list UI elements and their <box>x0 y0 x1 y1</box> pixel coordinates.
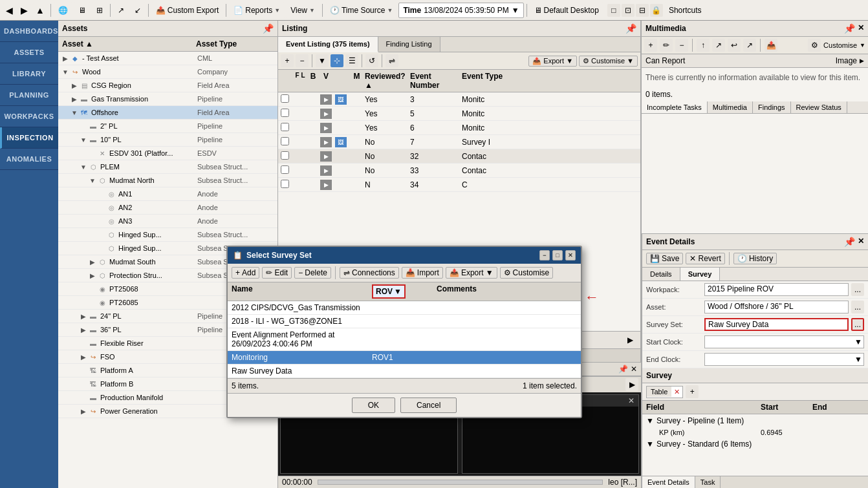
tab-details[interactable]: Details <box>642 268 680 281</box>
row-checkbox[interactable] <box>281 165 289 174</box>
restore-btn[interactable]: ⊟ <box>636 4 649 17</box>
expand-protection[interactable]: ▶ <box>88 272 97 279</box>
start-clock-dropdown[interactable]: ▼ <box>704 335 864 348</box>
play-btn[interactable]: ▶ <box>320 123 332 133</box>
modal-connections-btn[interactable]: ⇌ Connections <box>340 267 399 279</box>
listing-row[interactable]: ▶ No 33 Contac <box>278 164 640 178</box>
col-type-header[interactable]: Asset Type <box>196 39 274 48</box>
mm-gear-btn[interactable]: ⚙ <box>808 39 821 52</box>
tree-item-mudmat-north[interactable]: ▼ ⬡ Mudmat North Subsea Struct... <box>58 174 277 187</box>
play-btn[interactable]: ▶ <box>320 165 332 176</box>
tree-item-an3[interactable]: ◎ AN3 Anode <box>58 215 277 228</box>
modal-row[interactable]: 2018 - ILI - WG_GT36@ZONE1 <box>228 315 581 328</box>
mm-add-btn[interactable]: + <box>644 39 657 52</box>
time-field[interactable]: Time 13/08/2024 05:39:50 PM ▼ <box>398 3 523 18</box>
listing-row[interactable]: ▶ No 32 Contac <box>278 149 640 164</box>
listing-row[interactable]: ▶ N 34 C <box>278 178 640 192</box>
workpack-input[interactable]: 2015 Pipeline ROV <box>704 283 849 296</box>
tree-item-an2[interactable]: ◎ AN2 Anode <box>58 201 277 215</box>
sidebar-item-inspection[interactable]: INSPECTION <box>0 127 58 149</box>
listing-refresh-btn[interactable]: ↺ <box>365 54 378 67</box>
grid-icon-btn[interactable]: ⊞ <box>92 2 107 19</box>
modal-row[interactable]: Event Alignment Performed at 26/09/2023 … <box>228 328 581 351</box>
col-asset-header[interactable]: Asset ▲ <box>62 39 196 48</box>
assets-pin-icon[interactable]: 📌 <box>263 23 274 34</box>
sidebar-item-assets[interactable]: ASSETS <box>0 42 58 63</box>
mm-up-btn[interactable]: ↑ <box>697 39 710 52</box>
modal-row[interactable]: 2012 CIPS/DCVG_Gas Transmission <box>228 301 581 315</box>
row-checkbox[interactable] <box>281 151 289 160</box>
listing-remove-btn[interactable]: − <box>296 54 309 67</box>
listing-scroll-right[interactable]: ▶ <box>624 334 636 346</box>
expand-power[interactable]: ▶ <box>79 408 88 415</box>
sidebar-item-library[interactable]: LIBRARY <box>0 63 58 85</box>
play-btn[interactable]: ▶ <box>320 109 332 119</box>
ch2-close-btn[interactable]: ✕ <box>628 396 635 405</box>
tab-findings[interactable]: Findings <box>753 101 791 113</box>
listing-filter-btn[interactable]: ▼ <box>316 54 329 67</box>
tree-item-csg-region[interactable]: ▶ ▤ CSG Region Field Area <box>58 79 277 92</box>
ed-close-icon[interactable]: ✕ <box>858 237 864 247</box>
mm-copy-btn[interactable]: ↗ <box>712 39 725 52</box>
modal-close-btn[interactable]: ✕ <box>565 250 576 260</box>
row-checkbox[interactable] <box>281 180 289 188</box>
tab-event-details-bottom[interactable]: Event Details <box>642 476 695 488</box>
tree-item-gas-transmission[interactable]: ▶ ▬ Gas Transmission Pipeline <box>58 92 277 106</box>
tab-finding-listing[interactable]: Finding Listing <box>378 37 440 52</box>
listing-row[interactable]: ▶ 🖼 Yes 3 Monitc <box>278 92 640 107</box>
sidebar-item-workpacks[interactable]: WORKPACKS <box>0 106 58 127</box>
modal-add-btn[interactable]: + Add <box>232 267 259 279</box>
modal-customise-btn[interactable]: ⚙ Customise <box>500 267 554 279</box>
row-checkbox[interactable] <box>281 109 289 117</box>
listing-list-btn[interactable]: ☰ <box>345 54 358 67</box>
listing-share-btn[interactable]: ⇌ <box>385 54 398 67</box>
desktop-button[interactable]: 🖥 Default Desktop <box>530 2 603 19</box>
tree-item-offshore[interactable]: ▼ 🗺 Offshore Field Area <box>58 106 277 120</box>
tab-survey[interactable]: Survey <box>680 268 721 281</box>
tab-incomplete-tasks[interactable]: Incomplete Tasks <box>642 101 708 113</box>
mm-redo-btn[interactable]: ↩ <box>728 39 741 52</box>
tab-multimedia[interactable]: Multimedia <box>708 101 753 113</box>
modal-ok-btn[interactable]: OK <box>352 398 395 413</box>
sidebar-item-planning[interactable]: PLANNING <box>0 85 58 106</box>
world-icon-btn[interactable]: 🌐 <box>54 2 72 19</box>
row-checkbox[interactable] <box>281 94 289 103</box>
row-checkbox[interactable] <box>281 137 289 145</box>
modal-minimize-btn[interactable]: − <box>539 250 550 260</box>
play-btn[interactable]: ▶ <box>320 180 332 190</box>
modal-edit-btn[interactable]: ✏ Edit <box>262 267 292 279</box>
play-btn[interactable]: ▶ <box>320 151 332 162</box>
end-clock-dropdown[interactable]: ▼ <box>704 353 864 366</box>
listing-row[interactable]: ▶ Yes 5 Monitc <box>278 107 640 121</box>
modal-row[interactable]: Raw Survey Data <box>228 365 581 378</box>
asset-browse-btn[interactable]: ... <box>851 301 864 313</box>
ed-pin-icon[interactable]: 📌 <box>844 237 855 247</box>
asset-input[interactable]: Wood / Offshore / 36" PL <box>704 301 849 313</box>
tab-task-bottom[interactable]: Task <box>695 476 721 488</box>
survey-standard-expand[interactable]: ▼ <box>646 440 654 449</box>
mm-edit-btn[interactable]: ✏ <box>660 39 673 52</box>
listing-export-btn[interactable]: 📤 Export ▼ <box>528 56 577 67</box>
sidebar-item-dashboards[interactable]: DASHBOARDS <box>0 21 58 42</box>
ed-save-btn[interactable]: 💾 Save <box>646 253 683 264</box>
tree-item-esdv[interactable]: ✕ ESDV 301 (Platfor... ESDV <box>58 147 277 160</box>
expand-plem[interactable]: ▼ <box>79 164 88 171</box>
time-source-button[interactable]: 🕐 Time Source ▼ <box>325 2 398 19</box>
mm-close-icon[interactable]: ✕ <box>858 23 864 34</box>
tree-item-wood[interactable]: ▼ ↪ Wood Company <box>58 65 277 79</box>
modal-export-btn[interactable]: 📤 Export ▼ <box>446 267 497 279</box>
mm-export-btn[interactable]: 📤 <box>765 39 777 52</box>
arrow-btn[interactable]: ↗ <box>113 2 129 19</box>
modal-row-selected[interactable]: Monitoring ROV1 <box>228 351 581 365</box>
sidebar-item-anomalies[interactable]: ANOMALIES <box>0 149 58 170</box>
row-checkbox[interactable] <box>281 123 289 131</box>
modal-maximize-btn[interactable]: □ <box>552 250 563 260</box>
add-survey-tab-btn[interactable]: + <box>686 385 699 398</box>
tree-item-hinged-sup-1[interactable]: ⬡ Hinged Sup... Subsea Struct... <box>58 228 277 242</box>
expand-36pl[interactable]: ▶ <box>79 326 88 334</box>
table-tab-close[interactable]: ✕ <box>671 387 682 398</box>
listing-add-btn[interactable]: + <box>281 54 294 67</box>
ed-revert-btn[interactable]: ✕ Revert <box>686 253 724 264</box>
listing-row[interactable]: ▶ 🖼 No 7 Survey I <box>278 135 640 149</box>
survey-pipeline-group[interactable]: ▼ Survey - Pipeline (1 Item) <box>642 414 868 427</box>
